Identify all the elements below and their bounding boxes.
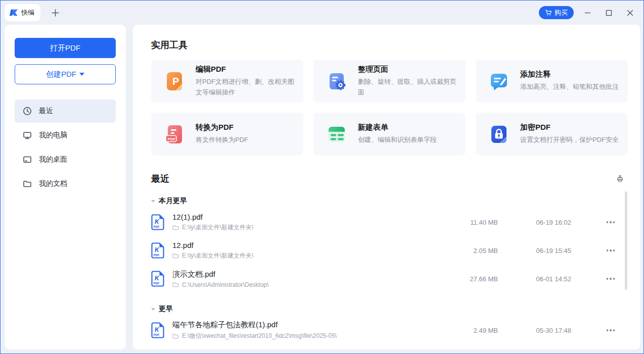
file-row[interactable]: K PDF 12(1).pdf E:\ly\桌面文件\新建文件夹\ bbox=[151, 208, 628, 236]
svg-text:P: P bbox=[172, 76, 179, 87]
close-button[interactable] bbox=[622, 5, 637, 20]
sidebar-item-label: 我的桌面 bbox=[39, 155, 67, 164]
file-date: 06-19 16:02 bbox=[498, 219, 571, 226]
tool-card-encrypt-pdf[interactable]: 加密PDF 设置文档打开密码，保护PDF安全 bbox=[476, 113, 628, 156]
sidebar-item-my-computer[interactable]: 我的电脑 bbox=[15, 124, 116, 147]
file-path: E:\微信\xwechat_files\restart2010_6dc2\msg… bbox=[182, 332, 337, 340]
tool-card-title: 转换为PDF bbox=[196, 123, 248, 132]
app-window: 快编 购买 打开PDF bbox=[0, 0, 644, 354]
file-row[interactable]: K PDF 演示文档.pdf C:\Users\Administrator\De… bbox=[151, 265, 628, 293]
file-size: 27.66 MB bbox=[442, 275, 498, 283]
tool-card-annotate[interactable]: 添加注释 添加高亮、注释、铅笔和其他批注 bbox=[476, 60, 628, 103]
recent-section: 最近 本月更早 bbox=[151, 173, 628, 344]
sidebar-item-recent[interactable]: 最近 bbox=[15, 99, 116, 123]
maximize-button[interactable] bbox=[601, 5, 616, 20]
more-options-button[interactable] bbox=[571, 329, 618, 331]
file-path: E:\ly\桌面文件\新建文件夹\ bbox=[182, 223, 253, 232]
sidebar-item-my-documents[interactable]: 我的文档 bbox=[15, 172, 116, 195]
tool-card-convert-to-pdf[interactable]: PDF 转换为PDF 将文件转换为PDF bbox=[151, 113, 303, 156]
documents-folder-icon bbox=[23, 179, 32, 188]
sidebar: 打开PDF 创建PDF 最近 bbox=[5, 25, 126, 349]
file-row[interactable]: K PDF 12.pdf E:\ly\桌面文件\新建文件夹\ bbox=[151, 236, 628, 265]
recent-heading: 最近 bbox=[151, 173, 169, 185]
main-panel: 实用工具 P 编辑PDF 对PDF文档进行增、 bbox=[133, 25, 640, 349]
file-path: E:\ly\桌面文件\新建文件夹\ bbox=[182, 251, 253, 260]
sidebar-item-my-desktop[interactable]: 我的桌面 bbox=[15, 148, 116, 171]
pdf-file-icon: K PDF bbox=[151, 242, 164, 259]
pdf-file-icon: K PDF bbox=[151, 214, 164, 230]
more-options-button[interactable] bbox=[571, 249, 618, 251]
new-form-icon bbox=[326, 123, 348, 145]
svg-text:K: K bbox=[155, 218, 160, 225]
file-name: 演示文档.pdf bbox=[172, 270, 442, 279]
svg-text:PDF: PDF bbox=[154, 225, 160, 228]
tool-card-desc: 对PDF文档进行增、删、改相关图文等编辑操作 bbox=[196, 77, 295, 97]
pdf-file-icon: K PDF bbox=[151, 271, 164, 287]
file-row[interactable]: K PDF 端午节各地粽子包法教程(1).pdf E:\微信\xwechat_f… bbox=[151, 316, 628, 344]
group-earlier-this-month[interactable]: 本月更早 bbox=[151, 194, 628, 208]
tool-card-organize-pages[interactable]: 整理页面 删除、旋转、提取、插入或裁剪页面 bbox=[313, 60, 466, 103]
tool-card-desc: 创建、编辑和识别表单字段 bbox=[358, 135, 437, 145]
tool-card-edit-pdf[interactable]: P 编辑PDF 对PDF文档进行增、删、改相关图文等编辑操作 bbox=[151, 60, 303, 103]
tool-grid: P 编辑PDF 对PDF文档进行增、删、改相关图文等编辑操作 bbox=[151, 60, 628, 156]
file-size: 2.05 MB bbox=[442, 247, 498, 255]
clear-broom-icon bbox=[616, 175, 624, 183]
collapse-caret-icon bbox=[151, 308, 155, 311]
app-tab[interactable]: 快编 bbox=[5, 4, 40, 21]
tools-heading: 实用工具 bbox=[151, 39, 628, 51]
sidebar-item-label: 我的文档 bbox=[39, 179, 67, 188]
minimize-button[interactable] bbox=[580, 5, 595, 20]
pdf-file-icon: K PDF bbox=[151, 322, 164, 338]
svg-text:K: K bbox=[155, 246, 160, 254]
group-label-text: 更早 bbox=[159, 305, 173, 314]
svg-text:K: K bbox=[155, 326, 160, 333]
svg-text:K: K bbox=[155, 275, 160, 282]
create-pdf-button[interactable]: 创建PDF bbox=[15, 64, 116, 84]
tool-card-desc: 添加高亮、注释、铅笔和其他批注 bbox=[520, 82, 619, 92]
svg-text:PDF: PDF bbox=[154, 282, 160, 285]
file-name: 端午节各地粽子包法教程(1).pdf bbox=[172, 320, 442, 330]
buy-button[interactable]: 购买 bbox=[539, 6, 574, 19]
scrollbar-thumb[interactable] bbox=[625, 191, 627, 290]
file-size: 11.40 MB bbox=[442, 219, 498, 226]
cart-icon bbox=[545, 9, 552, 16]
new-tab-button[interactable] bbox=[49, 6, 62, 19]
titlebar: 快编 购买 bbox=[1, 1, 643, 25]
computer-icon bbox=[23, 131, 32, 140]
tool-card-desc: 删除、旋转、提取、插入或裁剪页面 bbox=[358, 77, 457, 97]
svg-text:PDF: PDF bbox=[168, 136, 176, 141]
file-date: 05-30 17:48 bbox=[498, 327, 571, 334]
create-pdf-label: 创建PDF bbox=[46, 70, 76, 79]
open-pdf-button[interactable]: 打开PDF bbox=[15, 38, 116, 58]
encrypt-pdf-icon bbox=[488, 123, 510, 145]
more-options-button[interactable] bbox=[571, 221, 618, 223]
more-options-button[interactable] bbox=[571, 278, 618, 280]
organize-pages-icon bbox=[326, 70, 348, 92]
file-path: C:\Users\Administrator\Desktop\ bbox=[182, 281, 268, 288]
buy-button-label: 购买 bbox=[555, 8, 568, 17]
file-date: 06-01 14:52 bbox=[498, 275, 571, 283]
svg-text:PDF: PDF bbox=[154, 333, 160, 336]
desktop-icon bbox=[23, 155, 32, 164]
edit-pdf-icon: P bbox=[163, 70, 186, 92]
tool-card-title: 编辑PDF bbox=[196, 65, 295, 74]
app-logo-icon bbox=[9, 8, 18, 17]
sidebar-nav: 最近 我的电脑 我的桌面 bbox=[15, 99, 116, 195]
group-label-text: 本月更早 bbox=[159, 196, 187, 206]
file-name: 12.pdf bbox=[172, 241, 442, 249]
tool-card-title: 加密PDF bbox=[520, 123, 619, 132]
svg-text:PDF: PDF bbox=[154, 254, 160, 257]
tool-card-new-form[interactable]: 新建表单 创建、编辑和识别表单字段 bbox=[313, 113, 466, 156]
clear-recent-button[interactable] bbox=[614, 173, 625, 184]
tool-card-title: 新建表单 bbox=[358, 123, 437, 132]
file-size: 2.49 MB bbox=[442, 327, 498, 334]
tool-card-title: 添加注释 bbox=[520, 70, 619, 79]
tool-card-title: 整理页面 bbox=[358, 65, 457, 74]
folder-icon bbox=[172, 333, 179, 339]
clock-icon bbox=[23, 107, 32, 116]
collapse-caret-icon bbox=[151, 200, 155, 203]
tool-card-desc: 设置文档打开密码，保护PDF安全 bbox=[520, 135, 619, 145]
group-earlier[interactable]: 更早 bbox=[151, 302, 628, 316]
sidebar-item-label: 我的电脑 bbox=[39, 131, 67, 140]
folder-icon bbox=[172, 253, 179, 259]
